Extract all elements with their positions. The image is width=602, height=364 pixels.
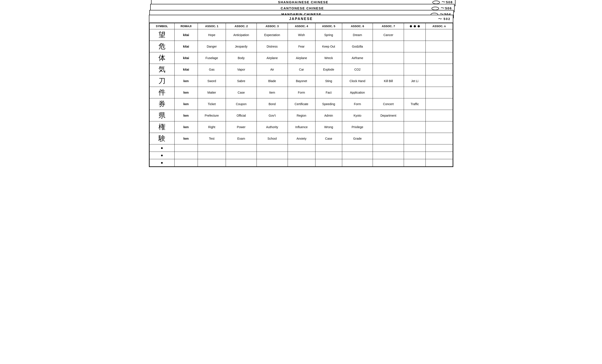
assoc6-cell: Clock Hand [342,75,373,87]
assoc5-cell: Wreck [315,52,342,64]
header-assoc7: ASSOC. 7 [373,23,404,29]
assoc1-cell: Prefecture [198,110,226,121]
assoc4-cell: Form [288,87,315,98]
assoc6-cell: Privilege [342,121,373,133]
assoc5-cell: Case [315,133,342,145]
assoc6-cell: Form [342,98,373,110]
assoc5-cell: Fact [315,87,342,98]
assoc3-cell: Airplane [257,52,288,64]
assoc4-cell: Wish [288,29,315,41]
assoc3-cell: Blade [257,75,288,87]
header-bullets [404,23,426,29]
kanji-cell: 権 [149,121,174,133]
assocn-cell [426,98,453,110]
assoc7-cell: Department [373,110,404,121]
assoc7-cell: Cancer [373,29,404,41]
assocn-cell [426,41,453,52]
romaji-cell: kitai [174,64,198,75]
assoc5-cell: Speeding [315,98,342,110]
assoc6-cell: Application [342,87,373,98]
kanji-cell: 危 [149,41,174,52]
header-assoc5: ASSOC. 5 [315,23,342,29]
bullet-symbol: ● [149,152,174,159]
romaji-cell: ken [174,121,198,133]
japanese-card: JAPANESE 〜502 SYMBOL ROMAJI ASSOC. 1 ASS… [149,15,453,167]
assoc5-cell: Explode [315,64,342,75]
assoc1-cell: Test [198,133,226,145]
romaji-cell: ken [174,133,198,145]
assoc7-cell [373,121,404,133]
assoc3-cell: Expectation [257,29,288,41]
assoc4-cell: Anxiety [288,133,315,145]
kanji-cell: 県 [149,110,174,121]
header-romaji: ROMAJI [174,23,198,29]
kanji-cell: 体 [149,52,174,64]
assoc4-cell: Bayonet [288,75,315,87]
kanji-cell: 気 [149,64,174,75]
bullet-row: ● [149,145,453,152]
assoc2-cell: Official [226,110,257,121]
header-assoc1: ASSOC. 1 [198,23,226,29]
assoc3-cell: Item [257,87,288,98]
assoc8-cell: Jet Li [404,75,426,87]
romaji-cell: ken [174,110,198,121]
bullet-row: ● [149,159,453,166]
assoc2-cell: Sabre [226,75,257,87]
assoc1-cell: Ticket [198,98,226,110]
cantonese-label: CANTONESE CHINESE [281,6,324,10]
assoc5-cell: Keep Out [315,41,342,52]
romaji-cell: ken [174,98,198,110]
shanghainese-label: SHANGHAINESE CHINESE [278,0,329,4]
assoc8-cell: Traffic [404,98,426,110]
assoc3-cell: Bond [257,98,288,110]
kanji-cell: 件 [149,87,174,98]
bullet-symbol: ● [149,145,174,152]
assoc8-cell [404,121,426,133]
table-row: 気 kitai Gas Vapor Air Car Explode CO2 [149,64,453,75]
assoc5-cell: Sting [315,75,342,87]
assoc3-cell: School [257,133,288,145]
assoc8-cell [404,110,426,121]
assoc8-cell [404,41,426,52]
japanese-label: JAPANESE [289,17,313,21]
assoc1-cell: Hope [198,29,226,41]
header-assocn: ASSOC. n [426,23,453,29]
assoc4-cell: Car [288,64,315,75]
assoc3-cell: Gov't [257,110,288,121]
assoc8-cell [404,87,426,98]
japanese-header: JAPANESE 〜502 [149,15,453,23]
table-row: 件 ken Matter Case Item Form Fact Applica… [149,87,453,98]
assoc1-cell: Fuselage [198,52,226,64]
assoc3-cell: Distress [257,41,288,52]
assoc4-cell: Airplane [288,52,315,64]
header-assoc6: ASSOC. 6 [342,23,373,29]
romaji-cell: ken [174,87,198,98]
assocn-cell [426,75,453,87]
romaji-cell: kitai [174,41,198,52]
table-row: 権 ken Right Power Authority Influence Wr… [149,121,453,133]
table-row: 危 kitai Danger Jeopardy Distress Fear Ke… [149,41,453,52]
assoc2-cell: Case [226,87,257,98]
assoc7-cell: Kill Bill [373,75,404,87]
assocn-cell [426,29,453,41]
assoc8-cell [404,29,426,41]
assocn-cell [426,52,453,64]
kanji-cell: 望 [149,29,174,41]
assoc8-cell [404,133,426,145]
assoc8-cell [404,52,426,64]
romaji-cell: ken [174,75,198,87]
assoc6-cell: CO2 [342,64,373,75]
assocn-cell [426,64,453,75]
assoc7-cell [373,52,404,64]
header-symbol: SYMBOL [149,23,174,29]
assoc1-cell: Matter [198,87,226,98]
assoc5-cell: Wrong [315,121,342,133]
romaji-cell: kitai [174,52,198,64]
assoc2-cell: Coupon [226,98,257,110]
assoc2-cell: Vapor [226,64,257,75]
table-row: 験 ken Test Exam School Anxiety Case Grad… [149,133,453,145]
assoc7-cell: Concert [373,98,404,110]
assoc7-cell [373,41,404,52]
assoc6-cell: Grade [342,133,373,145]
assoc6-cell: Godzilla [342,41,373,52]
